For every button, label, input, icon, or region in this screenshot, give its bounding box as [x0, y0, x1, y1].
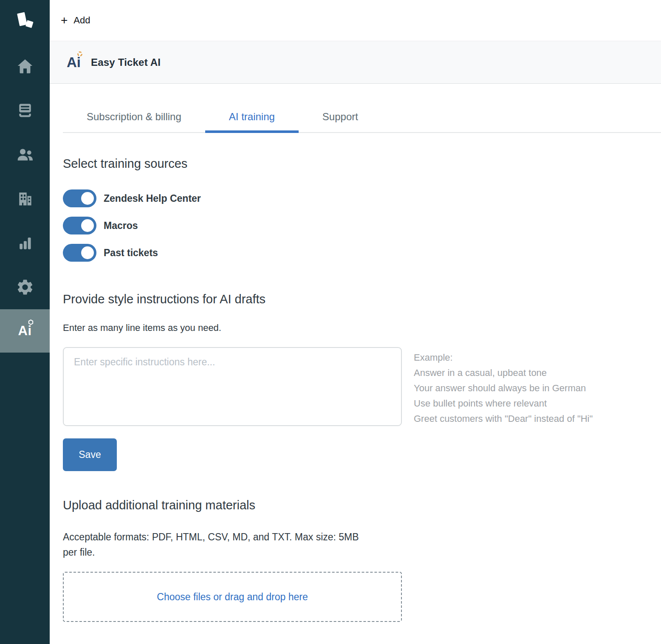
toggle-zendesk-help-center[interactable] — [63, 189, 96, 207]
toggle-row-macros: Macros — [63, 217, 648, 234]
app-header: Ai Easy Ticket AI — [50, 41, 661, 84]
sidebar-item-tickets[interactable] — [0, 88, 50, 133]
instructions-editor-row: Example: Answer in a casual, upbeat tone… — [63, 347, 648, 427]
toggle-macros[interactable] — [63, 217, 96, 234]
sidebar-item-organizations[interactable] — [0, 177, 50, 221]
dropzone-label: Choose files or drag and drop here — [157, 591, 308, 603]
save-button[interactable]: Save — [63, 438, 117, 471]
example-line: Use bullet points where relevant — [414, 396, 593, 411]
plus-icon: + — [61, 16, 68, 25]
tab-subscription-billing[interactable]: Subscription & billing — [63, 103, 205, 133]
sidebar-item-reporting[interactable] — [0, 221, 50, 265]
sidebar-item-home[interactable] — [0, 44, 50, 88]
style-instructions-description: Enter as many line items as you need. — [63, 322, 648, 333]
main-area: + Add Ai Easy Ticket AI Subscription & b… — [50, 0, 661, 644]
instructions-example: Example: Answer in a casual, upbeat tone… — [414, 347, 593, 427]
toggle-knob — [81, 192, 94, 205]
style-instructions-heading: Provide style instructions for AI drafts — [63, 292, 648, 306]
app-badge: Ai — [67, 54, 81, 71]
gear-icon — [16, 278, 34, 297]
ai-swirl-icon — [77, 51, 83, 57]
toggle-label-past-tickets: Past tickets — [104, 247, 158, 259]
ai-app-label: Ai — [18, 323, 32, 338]
sidebar-item-customers[interactable] — [0, 133, 50, 177]
add-button-label: Add — [73, 15, 90, 26]
page-title: Easy Ticket AI — [91, 56, 161, 68]
home-icon — [16, 57, 34, 76]
ticket-inbox-icon — [16, 101, 34, 120]
sidebar: Ai — [0, 0, 50, 644]
example-line: Example: — [414, 350, 593, 365]
bar-chart-icon — [16, 234, 34, 252]
upload-formats-text: Acceptable formats: PDF, HTML, CSV, MD, … — [63, 529, 360, 560]
content: Select training sources Zendesk Help Cen… — [50, 157, 661, 622]
sidebar-item-settings[interactable] — [0, 265, 50, 309]
toggle-knob — [81, 246, 94, 259]
toggle-label-help-center: Zendesk Help Center — [104, 193, 201, 204]
zendesk-logo[interactable] — [0, 0, 50, 44]
example-line: Your answer should always be in German — [414, 381, 593, 396]
toggle-row-help-center: Zendesk Help Center — [63, 189, 648, 207]
upload-heading: Upload additional training materials — [63, 498, 648, 512]
zendesk-logo-icon — [12, 10, 38, 34]
training-sources-list: Zendesk Help Center Macros Past tickets — [63, 189, 648, 262]
ai-app-glyph: Ai — [18, 323, 32, 339]
topbar: + Add — [50, 0, 661, 41]
people-icon — [16, 145, 34, 164]
toggle-label-macros: Macros — [104, 220, 138, 232]
tab-bar: Subscription & billing AI training Suppo… — [63, 103, 661, 133]
example-line: Answer in a casual, upbeat tone — [414, 365, 593, 381]
toggle-row-past-tickets: Past tickets — [63, 244, 648, 262]
ai-sparkle-icon — [28, 319, 34, 325]
file-dropzone[interactable]: Choose files or drag and drop here — [63, 572, 402, 622]
buildings-icon — [16, 189, 34, 208]
tab-ai-training[interactable]: AI training — [205, 103, 299, 133]
add-button[interactable]: + Add — [61, 15, 90, 26]
toggle-knob — [81, 219, 94, 232]
example-line: Greet customers with "Dear" instead of "… — [414, 411, 593, 427]
toggle-past-tickets[interactable] — [63, 244, 96, 262]
instructions-input[interactable] — [63, 347, 402, 426]
tab-support[interactable]: Support — [299, 103, 382, 133]
training-sources-heading: Select training sources — [63, 157, 648, 171]
sidebar-item-easy-ticket-ai[interactable]: Ai — [0, 309, 50, 353]
